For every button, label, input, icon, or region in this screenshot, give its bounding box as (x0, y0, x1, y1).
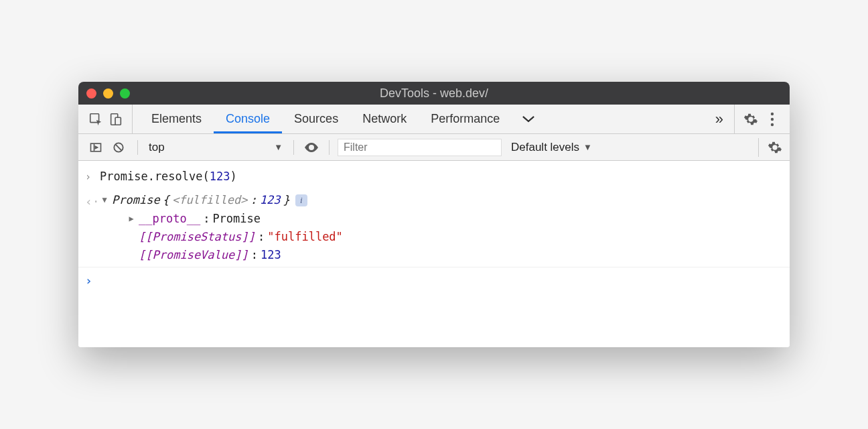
inspect-element-icon[interactable] (86, 110, 105, 129)
tab-console[interactable]: Console (214, 105, 282, 133)
tab-elements[interactable]: Elements (139, 105, 214, 133)
expand-arrow-icon[interactable]: ▼ (100, 194, 109, 206)
console-prompt-row[interactable]: › (78, 267, 790, 294)
expand-arrow-icon[interactable]: ▶ (127, 212, 136, 225)
filter-input[interactable] (338, 139, 502, 156)
console-toolbar: top ▼ Default levels ▼ (78, 134, 790, 161)
status-value: "fulfilled" (267, 228, 343, 246)
prompt-icon: › (85, 270, 100, 291)
promise-status-row: [[PromiseStatus]]: "fulfilled" (100, 228, 783, 246)
proto-row[interactable]: ▶ __proto__: Promise (100, 210, 783, 228)
svg-line-8 (115, 144, 121, 150)
toolbar-right (734, 105, 784, 133)
settings-icon[interactable] (741, 110, 760, 129)
toggle-console-sidebar-icon[interactable] (86, 138, 105, 157)
object-summary[interactable]: ▼ Promise {<fulfilled>: 123} i (100, 191, 783, 209)
svg-point-9 (310, 145, 313, 149)
promise-value-row: [[PromiseValue]]: 123 (100, 246, 783, 264)
log-levels-select[interactable]: Default levels ▼ (502, 141, 601, 154)
console-input-row: › Promise.resolve(123) (78, 165, 790, 188)
svg-rect-2 (115, 117, 121, 125)
svg-point-3 (771, 112, 774, 115)
execution-context-select[interactable]: top ▼ (142, 141, 289, 154)
value-key: [[PromiseValue]] (139, 246, 248, 264)
titlebar: DevTools - web.dev/ (78, 82, 790, 105)
status-key: [[PromiseStatus]] (139, 228, 255, 246)
value-value: 123 (261, 246, 281, 264)
maximize-window-button[interactable] (120, 88, 130, 99)
object-type: Promise (112, 191, 160, 209)
toolbar-left-icons (84, 105, 133, 133)
svg-point-5 (771, 123, 774, 125)
console-toolbar-left (84, 138, 133, 157)
console-input-code: Promise.resolve(123) (100, 168, 783, 186)
colon: : (250, 191, 257, 209)
console-result-row: ‹· ▼ Promise {<fulfilled>: 123} i ▶ __pr… (78, 188, 790, 267)
brace-open: { (163, 191, 169, 209)
state-label: <fulfilled> (172, 191, 248, 209)
console-output: › Promise.resolve(123) ‹· ▼ Promise {<fu… (78, 161, 790, 347)
result-content: ▼ Promise {<fulfilled>: 123} i ▶ __proto… (100, 191, 783, 264)
proto-key: __proto__ (139, 210, 200, 228)
clear-console-icon[interactable] (109, 138, 128, 157)
brace-close: } (283, 191, 289, 209)
divider (329, 140, 330, 155)
close-window-button[interactable] (86, 88, 96, 99)
levels-label: Default levels (511, 141, 579, 154)
overflow-tabs-icon[interactable]: » (705, 105, 734, 133)
live-expression-icon[interactable] (298, 141, 325, 154)
window-title: DevTools - web.dev/ (78, 86, 790, 101)
divider (137, 140, 138, 155)
main-toolbar: Elements Console Sources Network Perform… (78, 105, 790, 134)
divider (293, 140, 294, 155)
device-toolbar-icon[interactable] (106, 110, 125, 129)
tab-performance[interactable]: Performance (419, 105, 512, 133)
tab-network[interactable]: Network (350, 105, 419, 133)
info-badge-icon[interactable]: i (295, 194, 307, 206)
tab-sources[interactable]: Sources (282, 105, 350, 133)
minimize-window-button[interactable] (103, 88, 113, 99)
context-label: top (149, 141, 165, 154)
state-value: 123 (260, 191, 281, 209)
svg-point-4 (771, 117, 774, 120)
prompt-icon: › (85, 168, 100, 185)
caret-down-icon: ▼ (274, 142, 283, 152)
devtools-window: DevTools - web.dev/ Elements Console Sou… (78, 82, 790, 347)
traffic-lights (86, 88, 130, 99)
console-settings-icon[interactable] (766, 138, 784, 157)
result-icon: ‹· (85, 191, 100, 212)
panel-tabs: Elements Console Sources Network Perform… (133, 105, 705, 133)
kebab-menu-icon[interactable] (763, 110, 782, 129)
caret-down-icon: ▼ (583, 142, 592, 152)
chevrons-icon (525, 105, 544, 133)
console-toolbar-right (758, 138, 784, 157)
proto-value: Promise (212, 210, 261, 228)
